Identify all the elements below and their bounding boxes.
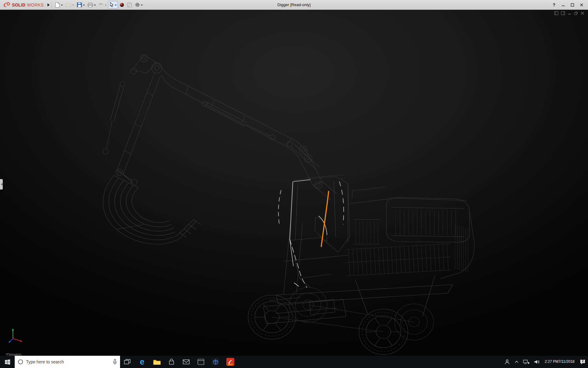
ds-logo-icon — [3, 2, 10, 8]
mail-button[interactable] — [179, 356, 194, 368]
solidworks-window: SOLIDWORKS — [0, 0, 588, 368]
new-document-icon — [55, 2, 60, 8]
volume-button[interactable] — [532, 356, 542, 368]
doc-close-button[interactable] — [581, 11, 584, 15]
undo-button[interactable] — [97, 1, 108, 8]
store-bag-icon — [168, 358, 175, 365]
clock-time: 2:27 PM — [545, 359, 559, 364]
options-caret-icon — [141, 5, 143, 7]
solidworks-year-label: 2017 — [226, 363, 234, 366]
console-app-button[interactable] — [194, 356, 208, 368]
microphone-icon[interactable] — [113, 359, 117, 365]
console-window-icon — [198, 359, 204, 365]
doc-restore-button[interactable] — [574, 11, 578, 15]
minimize-button[interactable] — [559, 1, 568, 9]
collapse-arrow-icon — [0, 183, 2, 186]
notification-badge: 2 — [582, 359, 584, 363]
search-input[interactable] — [26, 359, 110, 364]
save-caret-icon — [83, 5, 85, 7]
task-view-button[interactable] — [120, 356, 135, 368]
cortana-icon — [18, 359, 23, 365]
maximize-button[interactable] — [568, 1, 577, 9]
save-floppy-icon — [77, 2, 82, 7]
titlebar: SOLIDWORKS — [0, 0, 588, 10]
appearance-sphere-button[interactable] — [118, 1, 126, 9]
print-button[interactable] — [86, 1, 97, 9]
close-icon — [580, 3, 583, 7]
document-properties-icon — [127, 2, 132, 7]
speaker-icon — [534, 359, 540, 364]
network-button[interactable] — [521, 356, 532, 368]
reference-triad — [8, 328, 24, 345]
graphics-viewport[interactable]: *Dimetric — [0, 10, 588, 356]
undo-icon — [99, 2, 104, 7]
minimize-icon — [561, 3, 565, 7]
chevron-up-icon — [514, 360, 519, 363]
tray-overflow-button[interactable] — [512, 356, 521, 368]
file-explorer-button[interactable] — [149, 356, 164, 368]
taskpane-collapse-tab[interactable] — [0, 179, 3, 190]
panel-toggle-icon[interactable] — [554, 11, 558, 15]
print-caret-icon — [94, 5, 96, 7]
open-caret-icon — [72, 5, 74, 7]
store-button[interactable] — [164, 356, 179, 368]
options-gear-button[interactable] — [134, 1, 144, 9]
print-icon — [88, 2, 93, 7]
save-button[interactable] — [76, 1, 86, 9]
document-window-controls — [554, 11, 584, 15]
new-document-button[interactable] — [54, 1, 64, 9]
appearance-sphere-icon — [119, 2, 124, 7]
quick-toolbar — [54, 1, 144, 9]
network-icon — [523, 359, 530, 364]
document-properties-button[interactable] — [126, 1, 133, 9]
file-explorer-icon — [153, 359, 161, 365]
new-caret-icon — [61, 5, 63, 7]
menu-expand-arrow[interactable] — [46, 1, 52, 9]
expand-triangle-icon — [47, 3, 51, 6]
brand-solid: SOLID — [12, 2, 25, 7]
window-controls: ? — [549, 1, 588, 9]
selected-edge[interactable] — [321, 191, 329, 247]
start-button[interactable] — [0, 356, 15, 368]
solidworks-logo[interactable]: SOLIDWORKS — [0, 2, 46, 8]
people-button[interactable] — [502, 356, 512, 368]
cube-app-icon — [212, 358, 219, 365]
maximize-icon — [571, 3, 574, 7]
solidworks-app-button[interactable]: 2017 — [223, 356, 238, 368]
cube-app-button[interactable] — [208, 356, 223, 368]
highlighted-edges — [278, 180, 344, 288]
clock-date: 7/11/2018 — [559, 359, 575, 364]
task-view-icon — [124, 359, 131, 365]
system-tray: 2:27 PM 7/11/2018 2 — [502, 356, 588, 368]
gear-icon — [135, 2, 140, 7]
windows-start-icon — [5, 359, 10, 365]
open-folder-icon — [66, 2, 71, 7]
action-center-button[interactable]: 2 — [577, 356, 588, 368]
doc-minimize-button[interactable] — [568, 11, 571, 15]
select-cursor-icon — [109, 2, 114, 7]
panel-toggle-alt-icon[interactable] — [561, 11, 565, 15]
person-icon — [504, 359, 510, 365]
clock[interactable]: 2:27 PM 7/11/2018 — [542, 356, 577, 368]
solidworks-app-icon: 2017 — [226, 358, 234, 366]
edge-button[interactable]: e — [135, 356, 149, 368]
help-button[interactable]: ? — [549, 1, 559, 9]
taskbar: e — [0, 356, 588, 368]
edge-icon: e — [140, 358, 144, 366]
undo-caret-icon — [105, 5, 107, 7]
close-button[interactable] — [577, 1, 586, 9]
brand-works: WORKS — [27, 2, 43, 7]
wireframe-model[interactable] — [0, 10, 588, 356]
open-button[interactable] — [64, 1, 75, 9]
select-caret-icon — [115, 5, 117, 7]
taskbar-search[interactable] — [15, 356, 120, 368]
select-button[interactable] — [108, 1, 118, 9]
mail-icon — [183, 359, 190, 364]
view-orientation-label: *Dimetric — [6, 353, 22, 356]
